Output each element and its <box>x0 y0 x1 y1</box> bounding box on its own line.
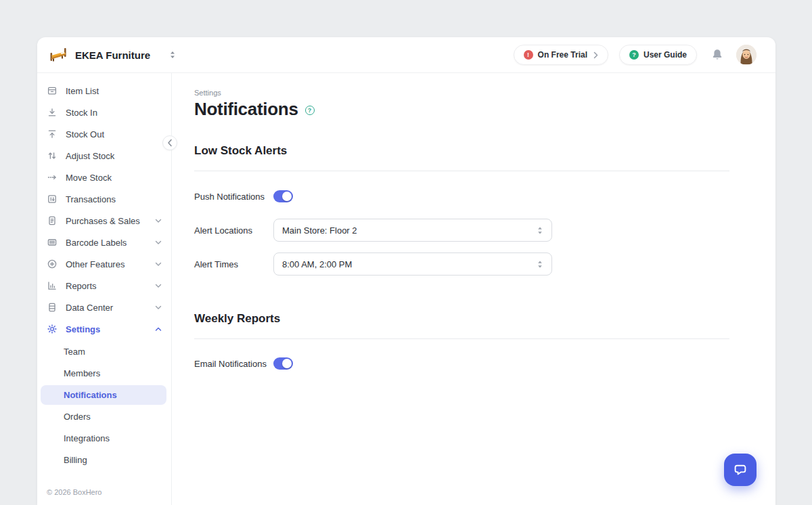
workspace-name: EKEA Furniture <box>75 49 150 61</box>
user-avatar[interactable] <box>736 45 757 65</box>
transactions-box-icon <box>47 194 58 204</box>
chevron-up-icon <box>155 327 162 332</box>
sidebar-item-data-center[interactable]: Data Center <box>37 297 171 318</box>
sidebar-subitem-members[interactable]: Members <box>41 364 166 383</box>
push-notifications-row: Push Notifications <box>194 190 729 202</box>
sidebar-subitem-integrations[interactable]: Integrations <box>41 429 166 448</box>
sidebar-item-label: Stock In <box>66 108 162 118</box>
sidebar-subitem-team[interactable]: Team <box>41 342 166 361</box>
chevron-down-icon <box>155 262 162 267</box>
sidebar-subitem-notifications[interactable]: Notifications <box>41 385 166 405</box>
header-actions: ! On Free Trial ? User Guide <box>514 45 757 65</box>
low-stock-alerts-section: Low Stock Alerts Push Notifications Aler… <box>194 144 775 276</box>
sidebar-item-stock-in[interactable]: Stock In <box>37 102 171 123</box>
sidebar-item-purchases-sales[interactable]: Purchases & Sales <box>37 210 171 232</box>
alert-times-row: Alert Times 8:00 AM, 2:00 PM <box>194 252 729 276</box>
notifications-bell-icon[interactable] <box>709 47 725 63</box>
alert-locations-select[interactable]: Main Store: Floor 2 <box>273 219 552 242</box>
email-notifications-label: Email Notifications <box>194 359 273 369</box>
sidebar-subitem-label: Notifications <box>64 390 117 400</box>
section-heading: Low Stock Alerts <box>194 144 775 158</box>
alert-locations-value: Main Store: Floor 2 <box>282 225 537 236</box>
sidebar-item-move-stock[interactable]: Move Stock <box>37 167 171 188</box>
chevron-down-icon <box>155 305 162 310</box>
barcode-icon <box>47 237 58 248</box>
breadcrumb: Settings <box>194 89 775 97</box>
sidebar-item-label: Other Features <box>66 259 147 269</box>
toggle-knob <box>282 192 292 201</box>
sidebar-subitem-label: Integrations <box>64 433 110 443</box>
arrow-right-dashed-icon <box>47 172 58 183</box>
alert-locations-row: Alert Locations Main Store: Floor 2 <box>194 219 729 242</box>
sidebar-subitem-label: Orders <box>64 412 91 422</box>
sidebar-item-label: Stock Out <box>66 129 162 139</box>
push-notifications-label: Push Notifications <box>194 192 273 202</box>
workspace-logo-bed-icon <box>47 45 70 65</box>
chat-bubble-icon <box>731 461 749 479</box>
email-notifications-toggle[interactable] <box>273 357 293 370</box>
toggle-knob <box>282 359 292 368</box>
guide-question-icon: ? <box>629 50 639 60</box>
document-icon <box>47 215 58 226</box>
sidebar-item-label: Settings <box>66 324 147 334</box>
main-content: Settings Notifications ? Low Stock Alert… <box>172 73 775 505</box>
sidebar-item-label: Barcode Labels <box>66 238 147 248</box>
email-notifications-row: Email Notifications <box>194 357 729 370</box>
gear-icon <box>47 324 58 334</box>
chevron-down-icon <box>155 240 162 245</box>
top-header: EKEA Furniture ! On Free Trial ? User Gu… <box>37 37 775 73</box>
trial-alert-icon: ! <box>524 50 533 60</box>
select-stepper-icon <box>537 226 543 235</box>
sidebar-item-label: Move Stock <box>66 173 162 183</box>
sidebar-item-stock-out[interactable]: Stock Out <box>37 123 171 145</box>
copyright-text: © 2026 BoxHero <box>47 488 102 496</box>
sidebar-subitem-label: Team <box>64 347 85 357</box>
sidebar-item-adjust-stock[interactable]: Adjust Stock <box>37 145 171 167</box>
database-icon <box>47 302 58 313</box>
sidebar-item-settings[interactable]: Settings <box>37 318 171 340</box>
section-heading: Weekly Reports <box>194 312 775 326</box>
box-icon <box>47 85 58 96</box>
user-guide-button[interactable]: ? User Guide <box>619 45 697 65</box>
sidebar-subitem-orders[interactable]: Orders <box>41 407 166 426</box>
sidebar-subitem-billing[interactable]: Billing <box>41 450 166 470</box>
section-divider <box>194 338 729 339</box>
free-trial-label: On Free Trial <box>538 50 587 60</box>
sidebar-item-other-features[interactable]: Other Features <box>37 253 171 275</box>
sidebar-subitem-label: Members <box>64 368 100 378</box>
support-chat-button[interactable] <box>724 454 757 486</box>
sidebar-item-transactions[interactable]: Transactions <box>37 188 171 210</box>
plus-circle-icon <box>47 259 58 269</box>
alert-times-value: 8:00 AM, 2:00 PM <box>282 259 537 269</box>
chevron-right-icon <box>593 51 598 59</box>
chevron-down-icon <box>155 284 162 288</box>
arrow-down-tray-icon <box>47 107 58 118</box>
sidebar-item-label: Adjust Stock <box>66 151 162 161</box>
arrows-up-down-icon <box>47 150 58 161</box>
sidebar-collapse-button[interactable] <box>162 135 177 150</box>
sidebar-item-label: Transactions <box>66 194 162 204</box>
weekly-reports-section: Weekly Reports Email Notifications <box>194 312 775 370</box>
select-stepper-icon <box>537 260 543 269</box>
alert-locations-label: Alert Locations <box>194 225 273 236</box>
bar-chart-icon <box>47 280 58 291</box>
sidebar-item-label: Item List <box>66 86 162 96</box>
alert-times-select[interactable]: 8:00 AM, 2:00 PM <box>273 252 552 276</box>
workspace-switcher-icon[interactable] <box>169 51 176 59</box>
sidebar-item-reports[interactable]: Reports <box>37 275 171 297</box>
arrow-up-tray-icon <box>47 129 58 139</box>
page-title: Notifications <box>194 99 298 120</box>
sidebar-item-item-list[interactable]: Item List <box>37 80 171 102</box>
sidebar-subitem-label: Billing <box>64 455 87 465</box>
push-notifications-toggle[interactable] <box>273 190 293 202</box>
sidebar-item-label: Purchases & Sales <box>66 216 147 226</box>
app-window: EKEA Furniture ! On Free Trial ? User Gu… <box>37 37 775 505</box>
section-divider <box>194 171 729 171</box>
sidebar-item-barcode-labels[interactable]: Barcode Labels <box>37 232 171 253</box>
help-question-icon[interactable]: ? <box>305 106 315 115</box>
alert-times-label: Alert Times <box>194 259 273 269</box>
sidebar-nav: Item List Stock In Stock Out Adjust Stoc… <box>37 73 172 505</box>
sidebar-item-label: Data Center <box>66 303 147 313</box>
chevron-down-icon <box>155 219 162 223</box>
free-trial-badge[interactable]: ! On Free Trial <box>514 45 608 65</box>
